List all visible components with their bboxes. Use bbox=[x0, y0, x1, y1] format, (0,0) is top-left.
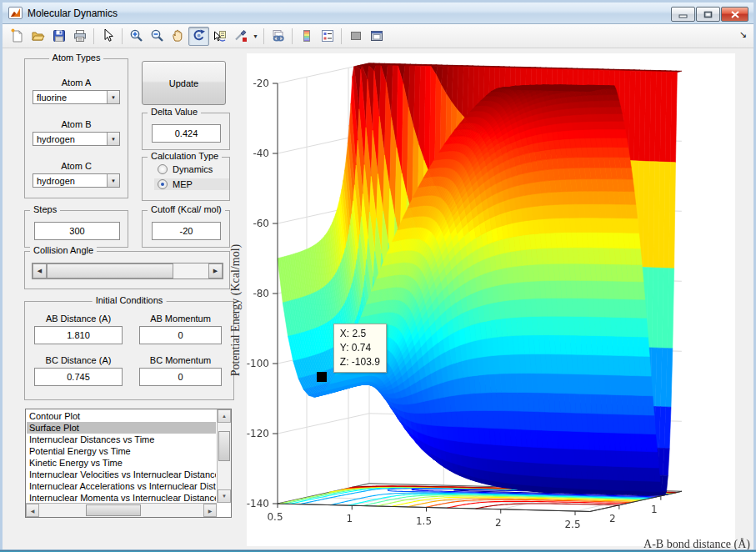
new-document-button[interactable] bbox=[7, 27, 28, 46]
datatip-x: X: 2.5 bbox=[340, 327, 380, 341]
steps-group: Steps 300 bbox=[24, 210, 128, 248]
figure-toolbar: ▼ ↘ bbox=[3, 24, 753, 48]
calculation-type-group: Calculation Type Dynamics MEP bbox=[142, 157, 230, 201]
print-button[interactable] bbox=[69, 27, 90, 46]
link-plots-icon bbox=[271, 28, 286, 43]
save-icon bbox=[52, 28, 67, 43]
maximize-icon bbox=[703, 11, 713, 18]
group-title: Atom Types bbox=[49, 53, 104, 63]
data-cursor-icon bbox=[213, 28, 228, 43]
radio-label: MEP bbox=[173, 179, 193, 189]
bc-distance-label: BC Distance (A) bbox=[32, 355, 125, 365]
minimize-icon bbox=[678, 11, 688, 18]
minimize-button[interactable] bbox=[671, 7, 695, 22]
open-folder-button[interactable] bbox=[28, 27, 48, 46]
show-plot-tools-button[interactable] bbox=[366, 27, 387, 46]
link-plots-button[interactable] bbox=[268, 27, 288, 46]
steps-field[interactable]: 300 bbox=[34, 222, 120, 240]
slider-thumb[interactable] bbox=[47, 263, 173, 279]
atom-a-label: Atom A bbox=[25, 78, 128, 88]
close-button[interactable] bbox=[721, 7, 748, 22]
atom-c-dropdown[interactable]: hydrogen ▼ bbox=[33, 173, 120, 188]
cutoff-field[interactable]: -20 bbox=[152, 222, 221, 240]
insert-colorbar-button[interactable] bbox=[296, 27, 317, 46]
pan-hand-icon bbox=[171, 28, 186, 43]
title-bar[interactable]: Molecular Dynamics bbox=[3, 3, 753, 24]
print-icon bbox=[73, 28, 88, 43]
chevron-down-icon[interactable]: ▼ bbox=[107, 174, 119, 187]
chevron-down-icon[interactable]: ▼ bbox=[107, 133, 119, 145]
scroll-down-arrow[interactable]: ▼ bbox=[218, 489, 231, 503]
list-item[interactable]: Potential Energy vs Time bbox=[27, 445, 216, 457]
bc-momentum-field[interactable]: 0 bbox=[139, 368, 222, 386]
open-folder-icon bbox=[31, 28, 46, 43]
datatip-z: Z: -103.9 bbox=[340, 355, 380, 369]
collision-angle-group: Collision Angle ◀ ▶ bbox=[24, 251, 230, 289]
zoom-in-icon bbox=[129, 28, 144, 43]
datatip-marker[interactable] bbox=[317, 372, 327, 382]
matlab-app-icon bbox=[8, 7, 23, 19]
ab-momentum-label: AB Momentum bbox=[137, 314, 224, 324]
atom-a-dropdown[interactable]: fluorine ▼ bbox=[33, 90, 120, 104]
rotate-3d-icon bbox=[192, 28, 207, 43]
radio-dynamics[interactable]: Dynamics bbox=[154, 163, 229, 175]
toolbar-overflow-arrow[interactable]: ↘ bbox=[739, 29, 747, 40]
chevron-down-icon[interactable]: ▼ bbox=[107, 91, 119, 103]
ab-momentum-field[interactable]: 0 bbox=[139, 326, 222, 344]
show-plot-tools-icon bbox=[369, 28, 384, 43]
vertical-scroll-thumb[interactable] bbox=[218, 431, 230, 461]
horizontal-scroll-thumb[interactable] bbox=[86, 504, 141, 516]
atom-c-label: Atom C bbox=[25, 161, 128, 171]
update-button[interactable]: Update bbox=[142, 61, 226, 105]
matlab-logo-icon bbox=[10, 8, 21, 18]
list-item[interactable]: Internuclear Velocities vs Internuclear … bbox=[27, 469, 216, 480]
list-item[interactable]: Surface Plot bbox=[27, 422, 216, 434]
figure-client-area: Atom Types Atom A fluorine ▼ Atom B hydr… bbox=[3, 48, 753, 550]
radio-icon bbox=[158, 164, 168, 174]
list-item[interactable]: Internuclear Momenta vs Internuclear Dis… bbox=[27, 492, 216, 502]
data-cursor-button[interactable] bbox=[209, 27, 230, 46]
list-item[interactable]: Internuclear Distances vs Time bbox=[27, 434, 216, 445]
app-window: Molecular Dynamics bbox=[0, 0, 756, 552]
zoom-in-button[interactable] bbox=[126, 27, 147, 46]
brush-button[interactable] bbox=[230, 27, 251, 46]
zoom-out-button[interactable] bbox=[147, 27, 168, 46]
atom-b-dropdown[interactable]: hydrogen ▼ bbox=[33, 132, 120, 146]
radio-label: Dynamics bbox=[173, 164, 213, 174]
scroll-up-arrow[interactable]: ▲ bbox=[218, 409, 231, 423]
list-item[interactable]: Kinetic Energy vs Time bbox=[27, 457, 216, 469]
bc-distance-field[interactable]: 0.745 bbox=[34, 368, 123, 386]
save-button[interactable] bbox=[48, 27, 69, 46]
brush-dropdown-button[interactable]: ▼ bbox=[251, 27, 260, 46]
delta-value-field[interactable]: 0.424 bbox=[152, 124, 221, 143]
pan-hand-button[interactable] bbox=[168, 27, 188, 46]
radio-mep[interactable]: MEP bbox=[154, 178, 229, 190]
scroll-left-arrow[interactable]: ◀ bbox=[26, 504, 39, 517]
insert-legend-button[interactable] bbox=[317, 27, 338, 46]
toolbar-separator bbox=[122, 28, 123, 44]
scroll-right-arrow[interactable]: ▶ bbox=[203, 504, 217, 517]
horizontal-scrollbar[interactable]: ◀ ▶ bbox=[26, 503, 217, 517]
cursor-arrow-button[interactable] bbox=[98, 27, 118, 46]
list-item[interactable]: Contour Plot bbox=[27, 410, 216, 422]
group-title: Cutoff (Kcal/ mol) bbox=[148, 204, 225, 214]
rotate-3d-button[interactable] bbox=[188, 27, 209, 46]
collision-angle-slider[interactable]: ◀ ▶ bbox=[32, 263, 223, 279]
dropdown-value: hydrogen bbox=[33, 176, 107, 186]
slider-right-arrow[interactable]: ▶ bbox=[208, 263, 223, 279]
group-title: Collision Angle bbox=[30, 245, 97, 255]
ab-distance-label: AB Distance (A) bbox=[32, 314, 125, 324]
brush-icon bbox=[233, 28, 248, 43]
cutoff-group: Cutoff (Kcal/ mol) -20 bbox=[142, 210, 230, 248]
datatip[interactable]: X: 2.5 Y: 0.74 Z: -103.9 bbox=[333, 324, 387, 373]
surface-plot-canvas[interactable] bbox=[247, 53, 735, 546]
slider-left-arrow[interactable]: ◀ bbox=[33, 263, 47, 279]
new-document-icon bbox=[10, 28, 25, 43]
plot-type-listbox[interactable]: Contour PlotSurface PlotInternuclear Dis… bbox=[25, 409, 232, 518]
close-icon bbox=[731, 11, 739, 18]
hide-plot-tools-button[interactable] bbox=[345, 27, 366, 46]
maximize-button[interactable] bbox=[696, 7, 720, 22]
ab-distance-field[interactable]: 1.810 bbox=[34, 326, 123, 344]
list-item[interactable]: Internuclear Accelerations vs Internucle… bbox=[27, 480, 216, 492]
vertical-scrollbar[interactable]: ▲ ▼ bbox=[217, 409, 231, 503]
